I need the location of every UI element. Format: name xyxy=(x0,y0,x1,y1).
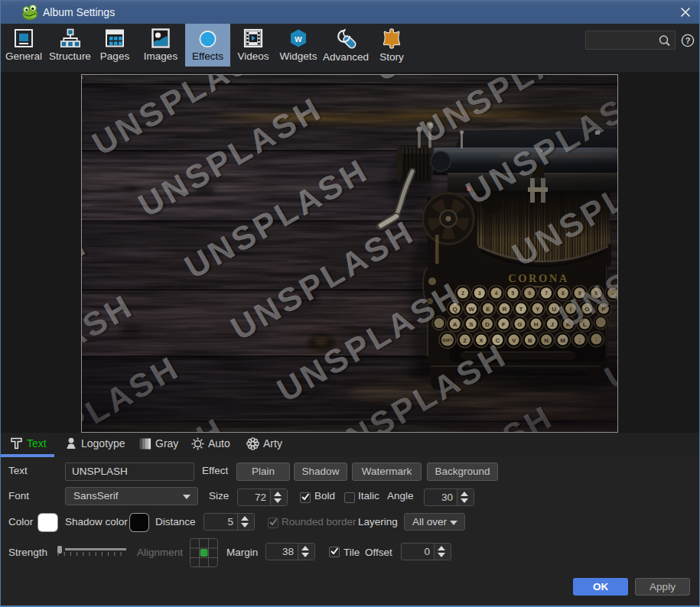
svg-text:w: w xyxy=(294,34,302,44)
svg-text:?: ? xyxy=(685,36,691,45)
